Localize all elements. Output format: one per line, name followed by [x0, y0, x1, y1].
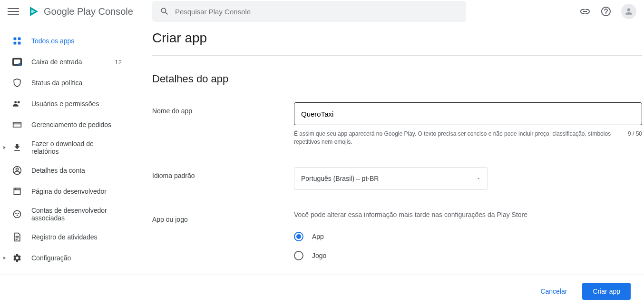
sidebar-item-label: Gerenciamento de pedidos: [31, 121, 122, 129]
radio-icon: [294, 251, 303, 260]
svg-point-5: [14, 211, 21, 218]
account-icon: [11, 165, 23, 176]
svg-rect-2: [14, 42, 17, 45]
sidebar-item-label: Caixa de entrada: [31, 58, 115, 66]
inbox-icon: [11, 56, 23, 68]
language-value: Português (Brasil) – pt-BR: [301, 175, 379, 182]
language-select[interactable]: Português (Brasil) – pt-BR: [294, 167, 488, 190]
sidebar-item-label: Detalhes da conta: [31, 167, 122, 174]
sidebar-item-account[interactable]: Detalhes da conta: [0, 160, 133, 181]
play-logo-icon: [29, 6, 40, 17]
chevron-right-icon: [2, 256, 7, 260]
app-name-label: Nome do app: [152, 102, 294, 146]
search-bar[interactable]: [152, 1, 466, 22]
sidebar-item-linked-accounts[interactable]: Contas de desenvolvedor associadas: [0, 202, 133, 227]
avatar[interactable]: [621, 4, 636, 19]
radio-label: Jogo: [312, 252, 326, 259]
svg-point-8: [17, 215, 18, 216]
sidebar: Todos os apps Caixa de entrada 12 Status…: [0, 23, 133, 307]
form-row-app-name: Nome do app É assim que seu app aparecer…: [152, 102, 642, 146]
chevron-right-icon: [2, 145, 7, 150]
sidebar-item-label: Configuração: [31, 254, 122, 262]
language-label: Idioma padrão: [152, 167, 294, 190]
sidebar-item-label: Todos os apps: [31, 37, 122, 45]
cancel-button[interactable]: Cancelar: [535, 283, 573, 300]
link-account-icon: [11, 208, 23, 220]
page-icon: [11, 186, 23, 197]
radio-label: App: [312, 233, 324, 240]
sidebar-item-label: Página do desenvolvedor: [31, 188, 122, 195]
radio-option-game[interactable]: Jogo: [294, 251, 642, 260]
search-input[interactable]: [175, 8, 459, 16]
section-title: Detalhes do app: [152, 73, 642, 85]
form-row-language: Idioma padrão Português (Brasil) – pt-BR: [152, 167, 642, 190]
logo-text: Google Play Console: [44, 6, 133, 17]
app-or-game-label: App ou jogo: [152, 211, 294, 270]
create-app-button[interactable]: Criar app: [582, 283, 631, 300]
radio-option-app[interactable]: App: [294, 232, 642, 241]
svg-rect-3: [18, 42, 21, 45]
sidebar-item-inbox[interactable]: Caixa de entrada 12: [0, 51, 133, 72]
chevron-down-icon: [476, 176, 481, 181]
page-title: Criar app: [152, 30, 642, 46]
app-or-game-hint: Você pode alterar essa informação mais t…: [294, 211, 642, 218]
app-name-help: É assim que seu app aparecerá no Google …: [294, 130, 628, 146]
app-name-input[interactable]: [294, 102, 642, 125]
sidebar-item-downloads[interactable]: Fazer o download de relatórios: [0, 135, 133, 160]
sidebar-item-developer-page[interactable]: Página do desenvolvedor: [0, 181, 133, 202]
svg-point-7: [18, 213, 19, 214]
sidebar-badge: 12: [115, 59, 122, 66]
download-icon: [11, 142, 23, 153]
sidebar-item-settings[interactable]: Configuração: [0, 248, 133, 268]
sidebar-item-users[interactable]: Usuários e permissões: [0, 93, 133, 114]
svg-point-6: [15, 213, 17, 214]
menu-button[interactable]: [8, 6, 19, 17]
divider: [152, 55, 642, 56]
app-name-counter: 9 / 50: [628, 130, 642, 146]
sidebar-item-label: Fazer o download de relatórios: [31, 140, 122, 155]
svg-rect-1: [18, 38, 21, 40]
logo[interactable]: Google Play Console: [29, 6, 133, 17]
form-row-app-or-game: App ou jogo Você pode alterar essa infor…: [152, 211, 642, 270]
users-icon: [11, 98, 23, 109]
gear-icon: [11, 252, 23, 264]
sidebar-item-activity[interactable]: Registro de atividades: [0, 227, 133, 248]
search-icon: [160, 7, 169, 16]
doc-icon: [11, 231, 23, 243]
sidebar-item-label: Registro de atividades: [31, 233, 122, 241]
sidebar-item-label: Status da política: [31, 79, 122, 87]
svg-rect-0: [14, 38, 17, 40]
sidebar-item-orders[interactable]: Gerenciamento de pedidos: [0, 114, 133, 135]
sidebar-item-policy[interactable]: Status da política: [0, 72, 133, 93]
svg-point-4: [19, 63, 21, 66]
shield-icon: [11, 77, 23, 89]
footer: Cancelar Criar app: [0, 275, 644, 307]
sidebar-item-label: Usuários e permissões: [31, 100, 122, 108]
header-actions: [579, 4, 636, 19]
help-icon[interactable]: [600, 6, 612, 17]
person-icon: [624, 7, 634, 16]
sidebar-item-label: Contas de desenvolvedor associadas: [31, 207, 122, 222]
card-icon: [11, 119, 23, 130]
header: Google Play Console: [0, 0, 644, 23]
sidebar-item-all-apps[interactable]: Todos os apps: [0, 30, 133, 51]
radio-icon: [294, 232, 303, 241]
grid-icon: [11, 35, 23, 47]
link-icon[interactable]: [579, 6, 591, 17]
main-content: Criar app Detalhes do app Nome do app É …: [133, 23, 642, 307]
